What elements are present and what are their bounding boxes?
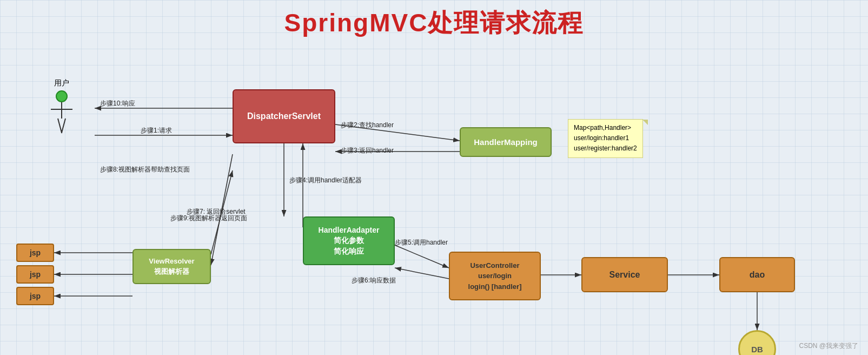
service-label: Service <box>609 270 640 280</box>
handler-adapter-box: HandlerAadapter 简化参数 简化响应 <box>303 216 395 265</box>
svg-line-8 <box>395 245 449 268</box>
user-arms-icon <box>51 109 72 110</box>
view-resolver-box: ViewResolver 视图解析器 <box>132 249 211 284</box>
step10-label: 步骤10:响应 <box>100 99 135 108</box>
step2-label: 步骤2:查找handler <box>341 121 394 130</box>
note-line1: Map<path,Handler> <box>574 123 637 133</box>
step8-label: 步骤8:视图解析器帮助查找页面 <box>100 165 190 174</box>
view-resolver-label1: ViewResolver <box>149 257 194 266</box>
dao-label: dao <box>750 270 765 280</box>
dispatcher-servlet-box: DispatcherServlet <box>233 89 335 143</box>
user-controller-label1: UserController <box>470 260 519 271</box>
user-figure: 用户 <box>54 78 69 134</box>
step4-label: 步骤4:调用handler适配器 <box>289 176 362 185</box>
handler-adapter-label3: 简化响应 <box>334 246 364 257</box>
handler-adapter-label2: 简化参数 <box>334 235 364 246</box>
view-resolver-label2: 视图解析器 <box>154 267 189 277</box>
user-label: 用户 <box>54 78 69 88</box>
user-controller-box: UserController user/login login() [handl… <box>449 252 541 300</box>
handler-mapping-note: Map<path,Handler> user/login:handler1 us… <box>568 119 643 158</box>
jsp-box-3: jsp <box>16 287 54 305</box>
step1-label: 步骤1:请求 <box>141 126 172 135</box>
note-line3: user/register:handler2 <box>574 143 637 154</box>
jsp-label-1: jsp <box>30 248 41 257</box>
db-label: DB <box>751 345 763 354</box>
handler-adapter-label1: HandlerAadapter <box>319 225 380 236</box>
step5-label: 步骤5:调用handler <box>395 238 448 247</box>
user-legs-icon <box>57 119 66 134</box>
jsp-label-2: jsp <box>30 270 41 279</box>
user-controller-label3: login() [handler] <box>468 281 522 292</box>
db-circle: DB <box>738 330 776 355</box>
dispatcher-servlet-label: DispatcherServlet <box>247 111 321 121</box>
user-torso-icon <box>61 102 62 119</box>
user-controller-label2: user/login <box>478 271 512 281</box>
watermark: CSDN @我来变强了 <box>799 341 858 351</box>
diagram-svg <box>0 35 868 355</box>
jsp-box-1: jsp <box>16 244 54 262</box>
handler-mapping-box: HandlerMapping <box>460 127 552 157</box>
page-title: SpringMVC处理请求流程 <box>0 0 868 40</box>
service-box: Service <box>581 257 668 292</box>
step3-label: 步骤3:返回handler <box>341 146 394 155</box>
jsp-label-3: jsp <box>30 292 41 300</box>
step9-label: 步骤9:视图解析器返回页面 <box>170 214 247 223</box>
note-line2: user/login:handler1 <box>574 133 637 143</box>
svg-line-9 <box>395 268 449 279</box>
handler-mapping-label: HandlerMapping <box>474 137 538 147</box>
jsp-box-2: jsp <box>16 265 54 284</box>
step6-label: 步骤6:响应数据 <box>352 276 396 285</box>
user-head-icon <box>56 90 68 102</box>
dao-box: dao <box>719 257 795 292</box>
